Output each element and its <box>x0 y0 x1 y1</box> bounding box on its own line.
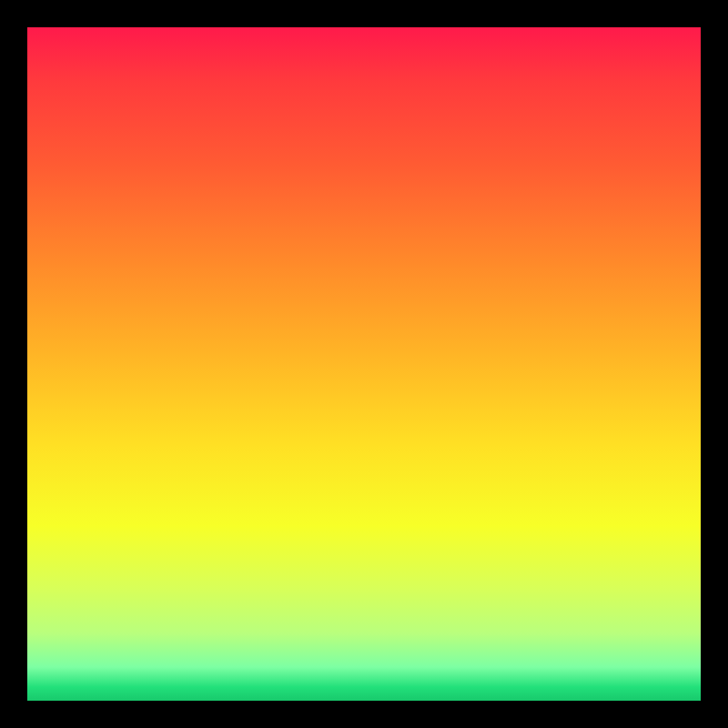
plot-area <box>27 27 701 701</box>
chart-frame <box>0 0 728 728</box>
curve-svg <box>27 27 701 701</box>
